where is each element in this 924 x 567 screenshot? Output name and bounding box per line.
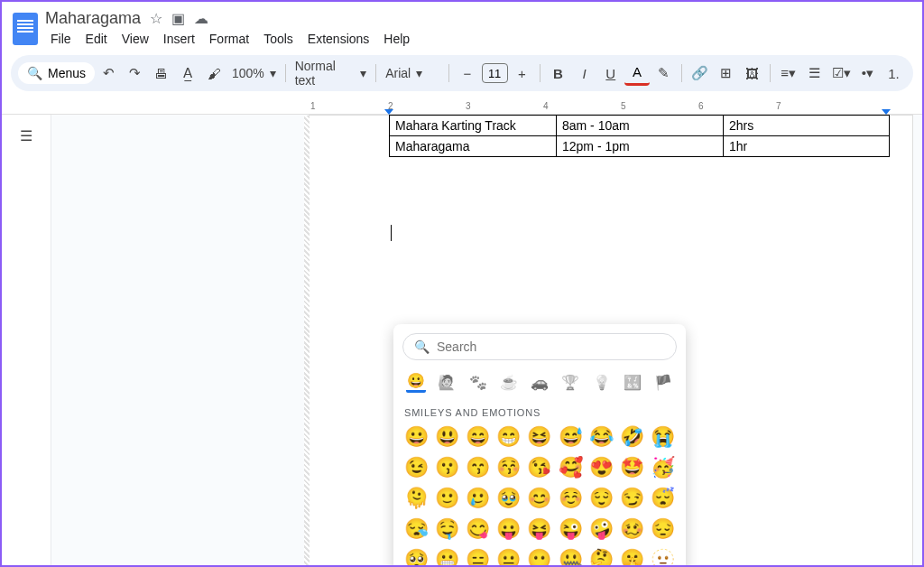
emoji-item[interactable]: 😐 bbox=[495, 546, 522, 567]
decrease-font-button[interactable]: − bbox=[455, 60, 479, 86]
smiley-icon[interactable]: 😀 bbox=[406, 371, 426, 393]
emoji-search[interactable]: 🔍 bbox=[402, 333, 677, 360]
emoji-item[interactable]: 🤫 bbox=[619, 546, 646, 567]
menus-search-button[interactable]: 🔍 Menus bbox=[18, 62, 95, 84]
emoji-item[interactable]: 😝 bbox=[526, 516, 553, 543]
object-icon[interactable]: 💡 bbox=[592, 371, 612, 393]
number-list-button[interactable]: 1. bbox=[882, 60, 906, 86]
redo-button[interactable]: ↷ bbox=[123, 60, 147, 86]
style-dropdown[interactable]: Normal text ▾ bbox=[291, 59, 371, 88]
move-icon[interactable]: ▣ bbox=[171, 10, 185, 27]
spellcheck-button[interactable]: A̲ bbox=[176, 60, 200, 86]
menu-file[interactable]: File bbox=[45, 30, 77, 48]
zoom-dropdown[interactable]: 100% ▾ bbox=[228, 66, 280, 80]
emoji-item[interactable]: 😚 bbox=[495, 454, 522, 481]
menu-extensions[interactable]: Extensions bbox=[302, 30, 374, 48]
italic-button[interactable]: I bbox=[572, 60, 596, 86]
menu-tools[interactable]: Tools bbox=[258, 30, 299, 48]
text-color-button[interactable]: A bbox=[624, 60, 649, 86]
emoji-item[interactable]: 😶 bbox=[526, 546, 553, 567]
emoji-item[interactable]: 😆 bbox=[526, 423, 553, 451]
emoji-picker: 🔍 😀🙋🐾☕🚗🏆💡🔣🏴 SMILEYS AND EMOTIONS 😀😃😄😁😆😅😂… bbox=[393, 324, 686, 567]
ruler-tick: 3 bbox=[466, 101, 471, 111]
align-button[interactable]: ≡▾ bbox=[776, 60, 800, 86]
menu-view[interactable]: View bbox=[116, 30, 154, 48]
emoji-item[interactable]: 😭 bbox=[650, 423, 677, 451]
emoji-item[interactable]: 🥰 bbox=[557, 454, 584, 481]
emoji-item[interactable]: 😙 bbox=[464, 454, 491, 481]
docs-app-icon[interactable] bbox=[13, 13, 38, 45]
emoji-item[interactable]: 😘 bbox=[526, 454, 553, 481]
emoji-item[interactable]: 🥲 bbox=[464, 485, 491, 512]
emoji-item[interactable]: 😋 bbox=[464, 516, 491, 543]
emoji-item[interactable]: 😃 bbox=[433, 423, 460, 451]
checklist-button[interactable]: ☑▾ bbox=[829, 60, 854, 86]
emoji-item[interactable]: 🫠 bbox=[402, 485, 430, 512]
emoji-item[interactable]: 😂 bbox=[587, 423, 614, 451]
emoji-item[interactable]: 😜 bbox=[557, 516, 584, 543]
emoji-item[interactable]: 😛 bbox=[495, 516, 522, 543]
emoji-item[interactable]: 😑 bbox=[464, 546, 491, 567]
travel-icon[interactable]: 🚗 bbox=[530, 371, 550, 393]
cloud-status-icon[interactable]: ☁ bbox=[194, 10, 208, 27]
link-button[interactable]: 🔗 bbox=[688, 60, 712, 86]
ruler-tick: 1 bbox=[310, 101, 316, 111]
menu-insert[interactable]: Insert bbox=[158, 30, 200, 48]
emoji-item[interactable]: 😅 bbox=[557, 423, 584, 451]
emoji-item[interactable]: ☺️ bbox=[557, 485, 584, 512]
emoji-item[interactable]: 😍 bbox=[587, 454, 614, 481]
comment-button[interactable]: ⊞ bbox=[714, 60, 738, 86]
font-size-input[interactable]: 11 bbox=[482, 63, 508, 83]
doc-title[interactable]: Maharagama bbox=[45, 9, 141, 28]
underline-button[interactable]: U bbox=[598, 60, 623, 86]
star-icon[interactable]: ☆ bbox=[150, 10, 162, 27]
emoji-item[interactable]: 🤩 bbox=[619, 454, 646, 481]
emoji-item[interactable]: 🤐 bbox=[557, 546, 584, 567]
menu-format[interactable]: Format bbox=[204, 30, 254, 48]
activity-icon[interactable]: 🏆 bbox=[560, 371, 580, 393]
paint-format-button[interactable]: 🖌 bbox=[202, 60, 226, 86]
emoji-item[interactable]: 🥹 bbox=[495, 485, 522, 512]
emoji-item[interactable]: 🥳 bbox=[650, 454, 677, 481]
emoji-item[interactable]: 😔 bbox=[650, 516, 677, 543]
emoji-item[interactable]: 😁 bbox=[495, 423, 522, 451]
emoji-item[interactable]: 😀 bbox=[402, 423, 430, 451]
emoji-item[interactable]: 🙂 bbox=[433, 485, 460, 512]
emoji-item[interactable]: 🥴 bbox=[619, 516, 646, 543]
emoji-item[interactable]: 🫥 bbox=[650, 546, 677, 567]
font-dropdown[interactable]: Arial ▾ bbox=[382, 66, 443, 80]
content-table[interactable]: Mahara Karting Track 8am - 10am 2hrs Mah… bbox=[389, 115, 890, 157]
animal-icon[interactable]: 🐾 bbox=[468, 371, 488, 393]
emoji-item[interactable]: 😬 bbox=[433, 546, 460, 567]
highlight-button[interactable]: ✎ bbox=[651, 60, 676, 86]
flag-icon[interactable]: 🏴 bbox=[653, 371, 673, 393]
emoji-item[interactable]: 🤤 bbox=[433, 516, 460, 543]
bullet-list-button[interactable]: •▾ bbox=[855, 60, 880, 86]
person-icon[interactable]: 🙋 bbox=[437, 371, 457, 393]
emoji-item[interactable]: 😌 bbox=[587, 485, 614, 512]
emoji-item[interactable]: 😗 bbox=[433, 454, 460, 481]
line-spacing-button[interactable]: ☰ bbox=[802, 60, 827, 86]
emoji-item[interactable]: 🤣 bbox=[619, 423, 646, 451]
emoji-item[interactable]: 😴 bbox=[650, 485, 677, 512]
undo-button[interactable]: ↶ bbox=[97, 60, 121, 86]
emoji-item[interactable]: 😊 bbox=[526, 485, 553, 512]
emoji-item[interactable]: 😉 bbox=[402, 454, 430, 481]
food-icon[interactable]: ☕ bbox=[499, 371, 519, 393]
menu-help[interactable]: Help bbox=[378, 30, 415, 48]
emoji-item[interactable]: 🥺 bbox=[402, 546, 430, 567]
emoji-item[interactable]: 😄 bbox=[464, 423, 491, 451]
bold-button[interactable]: B bbox=[546, 60, 570, 86]
menu-edit[interactable]: Edit bbox=[80, 30, 113, 48]
emoji-search-input[interactable] bbox=[437, 339, 665, 354]
emoji-item[interactable]: 🤪 bbox=[587, 516, 614, 543]
print-button[interactable]: 🖶 bbox=[149, 60, 173, 86]
emoji-item[interactable]: 😏 bbox=[619, 485, 646, 512]
image-button[interactable]: 🖼 bbox=[740, 60, 764, 86]
increase-font-button[interactable]: + bbox=[510, 60, 534, 86]
emoji-item[interactable]: 🤔 bbox=[587, 546, 614, 567]
emoji-item[interactable]: 😪 bbox=[402, 516, 430, 543]
symbol-icon[interactable]: 🔣 bbox=[623, 371, 642, 393]
outline-icon[interactable]: ☰ bbox=[2, 127, 51, 144]
ruler[interactable]: 1 2 3 4 5 6 7 bbox=[2, 100, 922, 115]
